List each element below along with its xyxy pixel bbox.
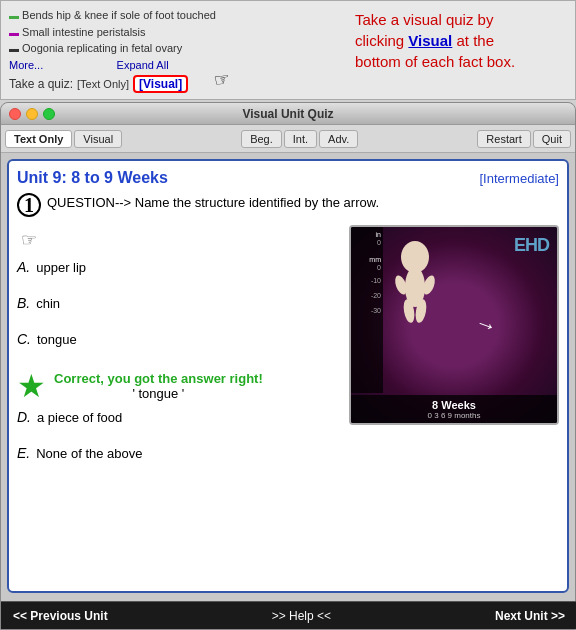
main-window: Visual Unit Quiz Text Only Visual Beg. I… [0, 102, 576, 630]
result-text: Correct, you got the answer right! ' ton… [54, 371, 263, 401]
unit-title: Unit 9: 8 to 9 Weeks [17, 169, 168, 187]
unit-level: [Intermediate] [480, 171, 560, 186]
take-quiz-label: Take a quiz: [9, 77, 73, 91]
answer-e-letter: E. [17, 445, 30, 461]
answer-b-letter: B. [17, 295, 30, 311]
help-btn[interactable]: >> Help << [272, 609, 331, 623]
answer-c-text: tongue [37, 332, 77, 347]
expand-link[interactable]: Expand All [117, 59, 169, 71]
tooltip-item-3-text: Oogonia replicating in fetal ovary [22, 42, 182, 54]
visual-quiz-btn[interactable]: [Visual] [133, 75, 188, 93]
main-content: ☞ A. upper lip B. chin C. tongue ★ Corre… [17, 225, 559, 481]
content-area: Unit 9: 8 to 9 Weeks [Intermediate] 1 QU… [7, 159, 569, 593]
beg-btn[interactable]: Beg. [241, 130, 282, 148]
correct-text: Correct, you got the answer right! [54, 371, 263, 386]
prev-unit-btn[interactable]: << Previous Unit [13, 609, 108, 623]
close-button[interactable] [9, 108, 21, 120]
question-row: 1 QUESTION--> Name the structure identif… [17, 193, 559, 217]
week-label: 8 Weeks [432, 399, 476, 411]
restart-btn[interactable]: Restart [477, 130, 530, 148]
minimize-button[interactable] [26, 108, 38, 120]
question-number: 1 [17, 193, 41, 217]
answer-d-letter: D. [17, 409, 31, 425]
text-only-quiz-btn[interactable]: [Text Only] [77, 78, 129, 90]
months-bar: 0 3 6 9 months [428, 411, 481, 420]
traffic-lights [9, 108, 55, 120]
answer-a-text: upper lip [36, 260, 86, 275]
answer-c-letter: C. [17, 331, 31, 347]
tooltip-callout: Take a visual quiz by clicking Visual at… [355, 9, 555, 72]
answer-d-text: a piece of food [37, 410, 122, 425]
adv-btn[interactable]: Adv. [319, 130, 358, 148]
quit-btn[interactable]: Quit [533, 130, 571, 148]
fetus-svg [385, 237, 445, 337]
tooltip-item-2-text: Small intestine peristalsis [22, 26, 146, 38]
int-btn[interactable]: Int. [284, 130, 317, 148]
callout-visual-word: Visual [408, 32, 452, 49]
unit-header: Unit 9: 8 to 9 Weeks [Intermediate] [17, 169, 559, 187]
quiz-image: in 0 mm 0 -10 -20 -30 [349, 225, 559, 425]
more-link[interactable]: More... [9, 59, 43, 71]
maximize-button[interactable] [43, 108, 55, 120]
text-only-tab[interactable]: Text Only [5, 130, 72, 148]
image-label: 8 Weeks 0 3 6 9 months [351, 395, 557, 423]
answers-column: ☞ A. upper lip B. chin C. tongue ★ Corre… [17, 225, 341, 481]
answer-c[interactable]: C. tongue [17, 331, 341, 347]
result-area: ★ Correct, you got the answer right! ' t… [17, 367, 341, 405]
tooltip-panel: ▬ Bends hip & knee if sole of foot touch… [0, 0, 576, 100]
answer-d[interactable]: D. a piece of food [17, 409, 341, 425]
visual-tab[interactable]: Visual [74, 130, 122, 148]
toolbar: Text Only Visual Beg. Int. Adv. Restart … [1, 125, 575, 153]
answer-e-text: None of the above [36, 446, 142, 461]
ruler-left: in 0 mm 0 -10 -20 -30 [351, 227, 383, 393]
star-icon: ★ [17, 367, 46, 405]
ruler-inches-label: in [376, 231, 381, 238]
tooltip-item-1-text: Bends hip & knee if sole of foot touched [22, 9, 216, 21]
answer-b-text: chin [36, 296, 60, 311]
watermark: EHD [514, 235, 549, 256]
title-bar: Visual Unit Quiz [1, 103, 575, 125]
window-title: Visual Unit Quiz [242, 107, 333, 121]
answer-reveal: ' tongue ' [54, 386, 263, 401]
question-text: QUESTION--> Name the structure identifie… [47, 193, 379, 210]
answer-a-letter: A. [17, 259, 30, 275]
answer-a[interactable]: A. upper lip [17, 259, 341, 275]
answer-e[interactable]: E. None of the above [17, 445, 341, 461]
answer-b[interactable]: B. chin [17, 295, 341, 311]
image-column: in 0 mm 0 -10 -20 -30 [349, 225, 559, 481]
cursor-area: ☞ [21, 229, 341, 251]
take-quiz-row: Take a quiz: [Text Only] [Visual] [9, 75, 567, 93]
footer: << Previous Unit >> Help << Next Unit >> [1, 601, 576, 629]
next-unit-btn[interactable]: Next Unit >> [495, 609, 565, 623]
cursor-icon: ☞ [212, 68, 232, 92]
